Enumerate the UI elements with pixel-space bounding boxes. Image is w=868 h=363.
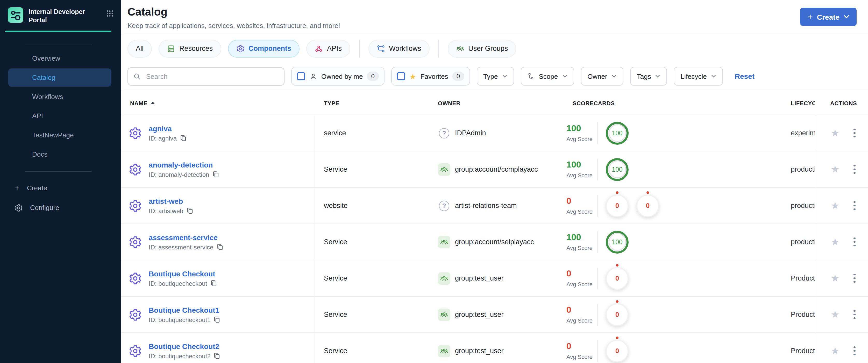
copy-id-icon[interactable] <box>212 171 219 178</box>
avg-score-label: Avg Score <box>566 209 596 215</box>
filter-owner-dropdown[interactable]: Owner <box>581 67 623 86</box>
favorites-checkbox[interactable] <box>397 72 405 80</box>
score-divider <box>597 231 598 253</box>
sidebar-item-api[interactable]: API <box>8 106 112 125</box>
sidebar-bottom-divider <box>25 171 92 171</box>
owner-label: group:test_user <box>455 311 504 319</box>
entity-name-link[interactable]: artist-web <box>149 197 193 205</box>
tab-components[interactable]: Components <box>228 40 300 57</box>
user-groups-icon <box>456 44 464 53</box>
row-menu-icon[interactable] <box>852 236 857 248</box>
row-menu-icon[interactable] <box>852 127 857 139</box>
entity-name-link[interactable]: Boutique Checkout1 <box>149 306 220 314</box>
filter-toolbar: Owned by me 0 ★ Favorites 0 Type <box>121 62 868 91</box>
scorecard-ring[interactable]: 0 <box>606 339 628 362</box>
favorite-star-icon[interactable]: ★ <box>831 164 839 174</box>
lifecycle-value: Production <box>791 274 815 282</box>
favorites-count: 0 <box>453 71 464 81</box>
table-row: artist-web ID: artistweb website <box>121 187 868 223</box>
entity-name-link[interactable]: Boutique Checkout <box>149 269 217 278</box>
ring-score-value: 0 <box>615 202 619 210</box>
tab-apis[interactable]: APIs <box>306 40 350 57</box>
plus-icon: + <box>14 184 20 192</box>
scorecard-ring[interactable]: 100 <box>606 158 628 181</box>
group-owner-icon <box>438 308 450 321</box>
sidebar-configure-button[interactable]: Configure <box>0 198 121 217</box>
sidebar-item-testnewpage[interactable]: TestNewPage <box>8 125 112 144</box>
component-gear-icon <box>128 271 142 285</box>
lifecycle-value: Production <box>791 311 815 319</box>
column-header-name[interactable]: NAME <box>121 100 315 106</box>
sidebar-nav: Overview Catalog Workflows API TestNewPa… <box>0 49 121 163</box>
entity-name-link[interactable]: assessment-service <box>149 233 223 241</box>
main-content: Catalog Keep track of applications, serv… <box>121 0 868 363</box>
filter-type-dropdown[interactable]: Type <box>476 67 514 86</box>
chevron-down-icon <box>655 75 660 78</box>
copy-id-icon[interactable] <box>180 135 187 142</box>
owned-by-me-filter[interactable]: Owned by me 0 <box>291 67 384 86</box>
ring-progress-dot <box>616 336 618 339</box>
chevron-down-icon <box>711 75 716 78</box>
entity-name-link[interactable]: anomaly-detection <box>149 160 219 169</box>
app-title: Internal Developer Portal <box>29 7 101 25</box>
sidebar-item-overview[interactable]: Overview <box>8 49 112 68</box>
avg-score-label: Avg Score <box>566 245 596 251</box>
scorecard-ring[interactable]: 0 <box>606 267 628 290</box>
reset-filters-link[interactable]: Reset <box>735 72 754 80</box>
sidebar-item-catalog[interactable]: Catalog <box>8 68 112 86</box>
column-header-owner: OWNER <box>436 100 563 106</box>
apps-grid-icon[interactable] <box>106 10 114 19</box>
search-box <box>127 67 284 85</box>
entity-name-link[interactable]: agniva <box>149 124 187 132</box>
favorite-star-icon[interactable]: ★ <box>831 201 839 211</box>
scorecard-ring[interactable]: 100 <box>606 122 628 144</box>
copy-id-icon[interactable] <box>210 280 217 287</box>
favorite-star-icon[interactable]: ★ <box>831 273 839 283</box>
filter-lifecycle-dropdown[interactable]: Lifecycle <box>674 67 723 86</box>
sidebar-item-workflows[interactable]: Workflows <box>8 87 112 106</box>
tab-all[interactable]: All <box>127 40 152 57</box>
owned-by-me-checkbox[interactable] <box>297 72 305 80</box>
sidebar-create-button[interactable]: + Create <box>0 178 121 198</box>
group-owner-icon <box>438 236 450 248</box>
avg-score-label: Avg Score <box>566 172 596 178</box>
scorecard-ring[interactable]: 0 <box>606 303 628 326</box>
copy-id-icon[interactable] <box>186 207 193 214</box>
scorecard-rings: 100 <box>606 231 628 253</box>
scorecard-ring[interactable]: 0 <box>637 194 659 217</box>
brand: Internal Developer Portal <box>0 0 121 25</box>
row-menu-icon[interactable] <box>852 200 857 212</box>
filter-tags-dropdown[interactable]: Tags <box>630 67 667 86</box>
create-button[interactable]: + Create <box>800 8 857 26</box>
row-menu-icon[interactable] <box>852 308 857 321</box>
component-gear-icon <box>128 308 142 321</box>
component-gear-icon <box>128 126 142 140</box>
copy-id-icon[interactable] <box>214 316 220 323</box>
ring-score-value: 0 <box>615 274 619 282</box>
row-menu-icon[interactable] <box>852 345 857 357</box>
components-icon <box>236 44 244 53</box>
favorite-star-icon[interactable]: ★ <box>831 346 839 356</box>
favorite-star-icon[interactable]: ★ <box>831 237 839 247</box>
filter-scope-dropdown[interactable]: Scope <box>521 67 574 86</box>
copy-id-icon[interactable] <box>214 353 220 359</box>
apis-icon <box>315 44 323 53</box>
entity-name-link[interactable]: Boutique Checkout2 <box>149 342 220 350</box>
favorite-star-icon[interactable]: ★ <box>831 128 839 138</box>
copy-id-icon[interactable] <box>216 244 223 250</box>
tab-workflows[interactable]: Workflows <box>368 40 429 57</box>
scorecard-ring[interactable]: 100 <box>606 231 628 253</box>
ring-score-value: 0 <box>615 311 619 319</box>
scorecard-ring[interactable]: 0 <box>606 194 628 217</box>
favorites-filter[interactable]: ★ Favorites 0 <box>391 67 470 86</box>
favorite-star-icon[interactable]: ★ <box>831 310 839 320</box>
tab-resources[interactable]: Resources <box>159 40 221 57</box>
avg-score-value: 100 <box>566 160 596 170</box>
row-menu-icon[interactable] <box>852 163 857 176</box>
entity-type: Service <box>324 238 347 246</box>
lifecycle-value: production <box>791 165 815 173</box>
sidebar-item-docs[interactable]: Docs <box>8 144 112 163</box>
tab-user-groups[interactable]: User Groups <box>447 40 516 57</box>
row-menu-icon[interactable] <box>852 272 857 284</box>
search-input[interactable] <box>145 72 279 81</box>
